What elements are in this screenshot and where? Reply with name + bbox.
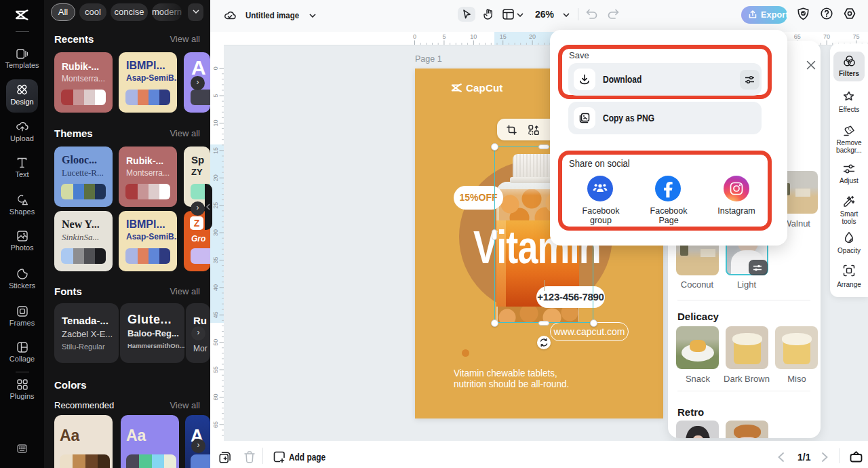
svg-text:25: 25 <box>212 202 219 209</box>
svg-text:30: 30 <box>212 229 219 236</box>
svg-text:75: 75 <box>852 33 859 40</box>
svg-text:60: 60 <box>212 393 219 400</box>
svg-text:65: 65 <box>794 33 801 40</box>
svg-text:40: 40 <box>212 284 219 291</box>
svg-text:35: 35 <box>212 256 219 263</box>
svg-text:20: 20 <box>212 174 219 181</box>
svg-text:45: 45 <box>212 311 219 318</box>
svg-text:70: 70 <box>823 33 830 40</box>
svg-text:15: 15 <box>500 33 507 40</box>
svg-text:15: 15 <box>212 147 219 154</box>
svg-text:5: 5 <box>212 94 219 98</box>
svg-text:50: 50 <box>212 339 219 346</box>
svg-text:65: 65 <box>212 421 219 428</box>
svg-text:10: 10 <box>212 119 219 126</box>
svg-text:10: 10 <box>470 33 477 40</box>
svg-text:5: 5 <box>442 33 446 40</box>
svg-text:0: 0 <box>413 33 416 40</box>
svg-text:0: 0 <box>212 66 219 70</box>
svg-text:55: 55 <box>212 366 219 373</box>
svg-text:20: 20 <box>529 33 536 40</box>
